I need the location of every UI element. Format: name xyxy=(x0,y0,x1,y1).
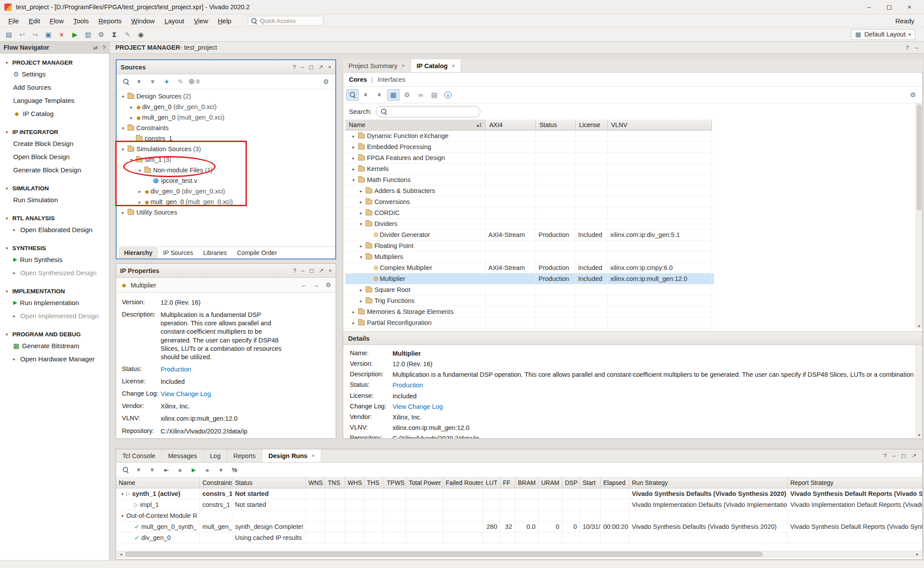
expand-arrow-icon[interactable]: ▸ xyxy=(357,299,365,303)
link-button[interactable]: ∞ xyxy=(414,89,427,101)
source-tree-item[interactable]: ipcore_test.v xyxy=(117,175,335,186)
flownav-item-open-hardware-manager[interactable]: ▸Open Hardware Manager xyxy=(0,352,109,365)
forward-button[interactable]: → xyxy=(313,282,320,288)
flownav-item-run-implementation[interactable]: ▶Run Implementation xyxy=(0,296,109,309)
column-header-ths[interactable]: THS xyxy=(364,477,384,488)
flownav-item-settings[interactable]: ⚙Settings xyxy=(0,67,109,80)
expand-arrow-icon[interactable]: ▸ xyxy=(357,189,365,193)
minimize-button[interactable]: – xyxy=(301,267,304,274)
collapse-arrow-icon[interactable]: ▾ xyxy=(136,168,143,173)
design-run-row[interactable]: ✓ mult_gen_0_synth_1mult_gen_0synth_desi… xyxy=(116,521,922,532)
flownav-section-header-project-manager[interactable]: ▾PROJECT MANAGER xyxy=(0,58,109,67)
layout-selector[interactable]: ▦ Default Layout ▾ xyxy=(851,29,915,40)
column-header-status[interactable]: Status xyxy=(536,120,576,131)
design-run-row[interactable]: ▾Out-of-Context Module Runs xyxy=(116,510,922,521)
flownav-item-create-block-design[interactable]: Create Block Design xyxy=(0,137,109,150)
tab-project-summary[interactable]: Project Summary× xyxy=(343,59,411,72)
column-header-constraints[interactable]: Constraints xyxy=(200,477,232,488)
ip-catalog-row[interactable]: ⚙Complex MultiplierAXI4-StreamProduction… xyxy=(345,262,714,273)
flownav-item-language-templates[interactable]: Language Templates xyxy=(0,94,109,107)
sources-tab-compile-order[interactable]: Compile Order xyxy=(233,248,282,258)
run-button[interactable]: ▶ xyxy=(69,29,81,40)
panel-settings-button[interactable]: ⚙ xyxy=(907,89,919,101)
ip-catalog-row[interactable]: ▸CORDIC xyxy=(345,208,714,218)
scrollbar-thumb[interactable] xyxy=(125,552,763,557)
vertical-scrollbar[interactable]: ▾ xyxy=(916,103,922,328)
panel-settings-button[interactable]: ⚙ xyxy=(320,76,332,87)
source-tree-item[interactable]: ▸◆mult_gen_0(mult_gen_0.xci) xyxy=(117,112,335,123)
scroll-down-arrow[interactable]: ▾ xyxy=(916,324,922,328)
search-button[interactable] xyxy=(120,76,132,87)
step-forward-button[interactable]: » xyxy=(201,464,213,476)
column-header-run-strategy[interactable]: Run Strategy xyxy=(629,477,788,488)
column-header-lut[interactable]: LUT xyxy=(483,477,500,488)
expand-arrow-icon[interactable]: ▸ xyxy=(350,320,357,325)
ip-catalog-row[interactable]: ▸Dynamic Function eXchange xyxy=(345,131,714,142)
collapse-arrow-icon[interactable]: ▾ xyxy=(350,178,357,182)
collapse-arrow-icon[interactable]: ▾ xyxy=(119,492,126,496)
ip-catalog-row[interactable]: ⚙Divider GeneratorAXI4-StreamProductionI… xyxy=(345,229,714,240)
customize-button[interactable]: ⚙ xyxy=(401,89,413,101)
vertical-scrollbar[interactable]: ▾ xyxy=(916,345,922,437)
edit-button[interactable]: ✎ xyxy=(121,29,134,40)
column-header-status[interactable]: Status xyxy=(232,477,306,488)
source-tree-item[interactable]: ▾Non-module Files(1) xyxy=(117,165,335,175)
horizontal-scrollbar[interactable]: ◂ ▸ xyxy=(117,551,921,557)
close-button[interactable]: × xyxy=(328,267,332,274)
close-button[interactable]: × xyxy=(899,3,920,11)
ip-catalog-row[interactable]: ▾Multipliers xyxy=(345,251,714,262)
menu-help[interactable]: Help xyxy=(213,17,236,25)
maximize-button[interactable]: ◻ xyxy=(879,3,899,11)
flownav-item-generate-bitstream[interactable]: ▦Generate Bitstream xyxy=(0,339,109,352)
tab-messages[interactable]: Messages xyxy=(162,449,204,462)
source-tree-item[interactable]: ▸◆mult_gen_0(mult_gen_0.xci) xyxy=(117,197,335,207)
source-tree-item[interactable]: ▾Design Sources(2) xyxy=(117,91,335,102)
maximize-button[interactable]: ◻ xyxy=(901,452,906,459)
ip-catalog-row[interactable]: ⚙MultiplierProductionIncludedxilinx.com:… xyxy=(345,273,714,284)
ip-search-input[interactable] xyxy=(376,106,480,117)
tab-log[interactable]: Log xyxy=(204,449,227,462)
save-button[interactable]: ▤ xyxy=(3,29,15,40)
help-button[interactable]: ? xyxy=(293,267,296,274)
property-value[interactable]: Production xyxy=(161,365,191,374)
ip-catalog-row[interactable]: ▸Conversions xyxy=(345,197,714,208)
ip-catalog-row[interactable]: ▸Trig Functions xyxy=(345,295,714,306)
collapse-arrow-icon[interactable]: ▾ xyxy=(119,513,126,518)
collapse-arrow-icon[interactable]: ▾ xyxy=(119,147,127,152)
settings-button[interactable]: ⚙ xyxy=(326,282,331,288)
flownav-item-run-synthesis[interactable]: ▶Run Synthesis xyxy=(0,253,109,266)
scroll-down-arrow[interactable]: ▾ xyxy=(916,433,922,437)
expand-arrow-icon[interactable]: ▸ xyxy=(136,189,143,194)
flownav-section-header-simulation[interactable]: ▾SIMULATION xyxy=(0,184,109,193)
edit-button[interactable]: ✎ xyxy=(174,76,187,87)
scrollbar-thumb[interactable] xyxy=(917,105,921,210)
layout-button[interactable]: ▤ xyxy=(428,89,440,101)
tab-reports[interactable]: Reports xyxy=(227,449,262,462)
minimize-button[interactable]: – xyxy=(301,64,304,70)
expand-arrow-icon[interactable]: ▸ xyxy=(350,156,357,160)
menu-flow[interactable]: Flow xyxy=(45,17,69,25)
property-value[interactable]: View Change Log xyxy=(161,390,211,398)
source-tree-item[interactable]: constrs_1 xyxy=(117,133,335,144)
collapse-all-button[interactable]: « xyxy=(133,464,145,476)
collapse-arrow-icon[interactable]: ▾ xyxy=(3,289,11,294)
expand-arrow-icon[interactable]: ▸ xyxy=(357,288,365,292)
menu-window[interactable]: Window xyxy=(126,17,159,25)
expand-arrow-icon[interactable]: ▸ xyxy=(350,167,357,171)
minimize-button[interactable]: – xyxy=(892,452,895,459)
source-tree-item[interactable]: ▸◆div_gen_0(div_gen_0.xci) xyxy=(117,102,335,112)
percentage-button[interactable]: % xyxy=(228,464,241,476)
expand-arrow-icon[interactable]: ▸ xyxy=(350,145,357,149)
minimize-button[interactable]: – xyxy=(859,3,879,11)
sources-tab-hierarchy[interactable]: Hierarchy xyxy=(119,248,158,258)
add-sources-button[interactable]: + xyxy=(161,76,173,87)
collapse-arrow-icon[interactable]: ▾ xyxy=(3,246,11,251)
undo-button[interactable]: ↩ xyxy=(16,29,28,40)
flownav-section-header-implementation[interactable]: ▾IMPLEMENTATION xyxy=(0,287,109,296)
flownav-section-header-program-and-debug[interactable]: ▾PROGRAM AND DEBUG xyxy=(0,330,109,339)
expand-all-button[interactable]: » xyxy=(374,89,386,101)
collapse-arrow-icon[interactable]: ▾ xyxy=(3,186,11,191)
flownav-item-generate-block-design[interactable]: Generate Block Design xyxy=(0,163,109,176)
expand-arrow-icon[interactable]: ▸ xyxy=(136,200,143,204)
info-button[interactable]: i xyxy=(442,89,454,101)
